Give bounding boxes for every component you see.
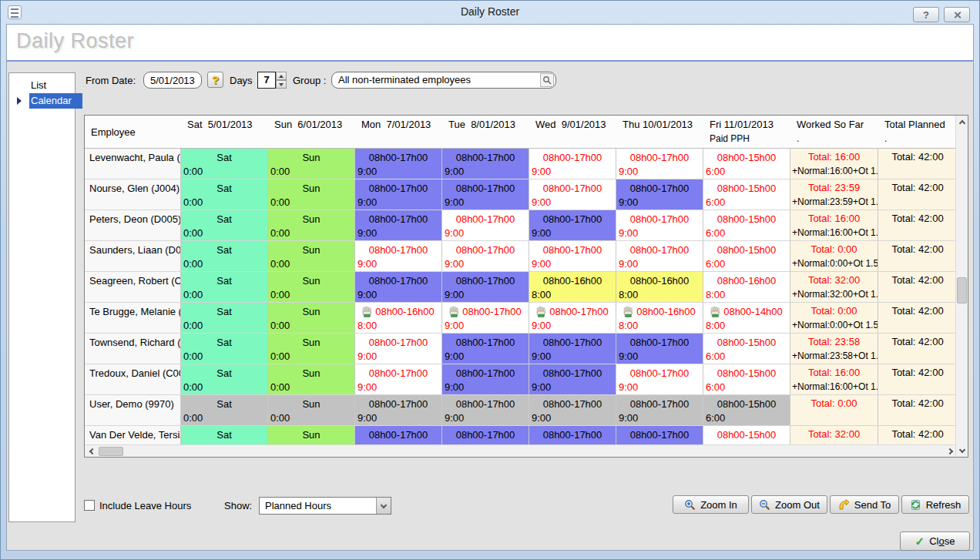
shift-cell-fri[interactable]: 08h00-14h008:00 — [703, 303, 790, 334]
shift-cell-sun[interactable]: Sun0:00 — [268, 179, 355, 210]
shift-cell-tue[interactable]: 08h00-17h009:00 — [442, 272, 529, 303]
column-header-sun[interactable]: Sun 6/01/2013 — [268, 116, 355, 149]
column-header-fri[interactable]: Fri 11/01/2013Paid PPH — [703, 116, 790, 149]
column-header-wed[interactable]: Wed 9/01/2013 — [529, 116, 616, 149]
scroll-down-button[interactable] — [956, 444, 968, 457]
shift-cell-sun[interactable]: Sun0:00 — [268, 210, 355, 241]
employee-name-cell[interactable]: User, Demo (9970) — [85, 395, 181, 426]
shift-cell-tue[interactable]: 08h00-17h009:00 — [442, 210, 529, 241]
shift-cell-sun[interactable]: Sun0:00 — [268, 272, 355, 303]
shift-cell-wed[interactable]: 08h00-17h009:00 — [529, 241, 616, 272]
shift-cell-fri[interactable]: 08h00-15h006:00 — [703, 334, 790, 364]
column-header-thu[interactable]: Thu 10/01/2013 — [616, 116, 703, 149]
scroll-left-button[interactable] — [85, 445, 97, 458]
shift-cell-mon[interactable]: 08h00-16h008:00 — [355, 303, 442, 334]
shift-cell-mon[interactable]: 08h00-17h009:00 — [355, 395, 442, 426]
shift-cell-tue[interactable]: 08h00-17h009:00 — [442, 179, 529, 210]
shift-cell-thu[interactable]: 08h00-16h008:00 — [616, 272, 703, 303]
shift-cell-sat[interactable]: Sat0:00 — [181, 395, 268, 426]
shift-cell-tue[interactable]: 08h00-17h009:00 — [442, 149, 529, 179]
show-dropdown[interactable]: Planned Hours — [259, 497, 391, 515]
shift-cell-thu[interactable]: 08h00-17h009:00 — [616, 149, 703, 179]
shift-cell-thu[interactable]: 08h00-16h008:00 — [616, 303, 703, 334]
shift-cell-wed[interactable]: 08h00-17h009:00 — [529, 179, 616, 210]
from-date-input[interactable] — [143, 72, 202, 89]
shift-cell-thu[interactable]: 08h00-17h009:00 — [616, 426, 703, 446]
column-header-mon[interactable]: Mon 7/01/2013 — [355, 116, 442, 149]
shift-cell-fri[interactable]: 08h00-15h006:00 — [703, 395, 790, 426]
employee-name-cell[interactable]: Levenwacht, Paula (D00 — [85, 149, 181, 179]
date-help-button[interactable]: ? — [207, 72, 223, 88]
vertical-scrollbar[interactable] — [955, 116, 968, 457]
horizontal-scroll-thumb[interactable] — [99, 447, 123, 456]
column-header-worked[interactable]: Worked So Far. — [790, 116, 878, 149]
days-spin-down-button[interactable] — [276, 80, 287, 89]
shift-cell-thu[interactable]: 08h00-17h009:00 — [616, 210, 703, 241]
scroll-up-button[interactable] — [956, 116, 968, 128]
shift-cell-tue[interactable]: 08h00-17h009:00 — [442, 426, 529, 446]
shift-cell-wed[interactable]: 08h00-17h009:00 — [529, 395, 616, 426]
shift-cell-sun[interactable]: Sun0:00 — [268, 149, 355, 179]
close-button[interactable]: ✓ Close — [900, 531, 970, 551]
sidebar-item-list[interactable]: List — [9, 78, 75, 93]
shift-cell-wed[interactable]: 08h00-17h009:00 — [529, 426, 616, 446]
shift-cell-wed[interactable]: 08h00-17h009:00 — [529, 210, 616, 241]
shift-cell-fri[interactable]: 08h00-16h008:00 — [703, 272, 790, 303]
shift-cell-fri[interactable]: 08h00-15h006:00 — [703, 426, 790, 446]
include-leave-hours-checkbox[interactable] — [84, 500, 95, 511]
column-header-tue[interactable]: Tue 8/01/2013 — [442, 116, 529, 149]
group-search-button[interactable] — [540, 73, 554, 87]
shift-cell-wed[interactable]: 08h00-17h009:00 — [529, 149, 616, 179]
employee-name-cell[interactable]: Van Der Velde, Tersia (C — [85, 426, 181, 446]
column-header-planned[interactable]: Total Planned. — [878, 116, 957, 149]
employee-name-cell[interactable]: Tredoux, Daniel (C004) — [85, 364, 181, 395]
shift-cell-wed[interactable]: 08h00-17h009:00 — [529, 364, 616, 395]
shift-cell-mon[interactable]: 08h00-17h009:00 — [355, 241, 442, 272]
shift-cell-sat[interactable]: Sat0:00 — [181, 241, 268, 272]
shift-cell-sun[interactable]: Sun0:00 — [268, 364, 355, 395]
shift-cell-mon[interactable]: 08h00-17h009:00 — [355, 334, 442, 364]
sidebar-item-calendar[interactable]: Calendar — [9, 93, 75, 109]
shift-cell-fri[interactable]: 08h00-15h006:00 — [703, 179, 790, 210]
shift-cell-thu[interactable]: 08h00-17h009:00 — [616, 334, 703, 364]
shift-cell-wed[interactable]: 08h00-16h008:00 — [529, 272, 616, 303]
shift-cell-mon[interactable]: 08h00-17h009:00 — [355, 179, 442, 210]
shift-cell-sat[interactable]: Sat0:00 — [181, 272, 268, 303]
shift-cell-fri[interactable]: 08h00-15h006:00 — [703, 149, 790, 179]
shift-cell-fri[interactable]: 08h00-15h006:00 — [703, 241, 790, 272]
window-help-button[interactable]: ? — [913, 7, 939, 22]
shift-cell-tue[interactable]: 08h00-17h009:00 — [442, 395, 529, 426]
employee-name-cell[interactable]: Nourse, Glen (J004) — [85, 179, 181, 210]
shift-cell-mon[interactable]: 08h00-17h009:00 — [355, 210, 442, 241]
horizontal-scrollbar[interactable] — [85, 444, 957, 457]
shift-cell-mon[interactable]: 08h00-17h009:00 — [355, 149, 442, 179]
shift-cell-sun[interactable]: Sun0:00 — [268, 303, 355, 334]
shift-cell-fri[interactable]: 08h00-15h006:00 — [703, 364, 790, 395]
group-input[interactable]: All non-terminated employees — [331, 72, 556, 89]
shift-cell-tue[interactable]: 08h00-17h009:00 — [442, 241, 529, 272]
days-spin-up-button[interactable] — [276, 72, 287, 80]
shift-cell-sat[interactable]: Sat0:00 — [181, 210, 268, 241]
refresh-button[interactable]: Refresh — [901, 495, 969, 514]
show-dropdown-button[interactable] — [376, 498, 391, 514]
zoom-out-button[interactable]: Zoom Out — [751, 495, 827, 514]
shift-cell-thu[interactable]: 08h00-17h009:00 — [616, 395, 703, 426]
days-input[interactable]: 7 — [257, 72, 276, 89]
window-close-button[interactable] — [944, 7, 970, 22]
employee-name-cell[interactable]: Seagreen, Robert (C002) — [85, 272, 181, 303]
shift-cell-mon[interactable]: 08h00-17h009:00 — [355, 272, 442, 303]
shift-cell-mon[interactable]: 08h00-17h009:00 — [355, 426, 442, 446]
shift-cell-thu[interactable]: 08h00-17h009:00 — [616, 241, 703, 272]
zoom-in-button[interactable]: Zoom In — [673, 495, 749, 514]
employee-name-cell[interactable]: Te Brugge, Melanie (C00 — [85, 303, 181, 334]
shift-cell-wed[interactable]: 08h00-17h009:00 — [529, 334, 616, 364]
shift-cell-sat[interactable]: Sat0:00 — [181, 179, 268, 210]
shift-cell-fri[interactable]: 08h00-15h006:00 — [703, 210, 790, 241]
shift-cell-sun[interactable]: Sun0:00 — [268, 334, 355, 364]
column-header-sat[interactable]: Sat 5/01/2013 — [181, 116, 268, 149]
shift-cell-sat[interactable]: Sat0:00 — [181, 334, 268, 364]
column-header-employee[interactable]: Employee — [85, 116, 181, 149]
shift-cell-mon[interactable]: 08h00-17h009:00 — [355, 364, 442, 395]
employee-name-cell[interactable]: Peters, Deon (D005) — [85, 210, 181, 241]
shift-cell-sun[interactable]: Sun0:00 — [268, 241, 355, 272]
